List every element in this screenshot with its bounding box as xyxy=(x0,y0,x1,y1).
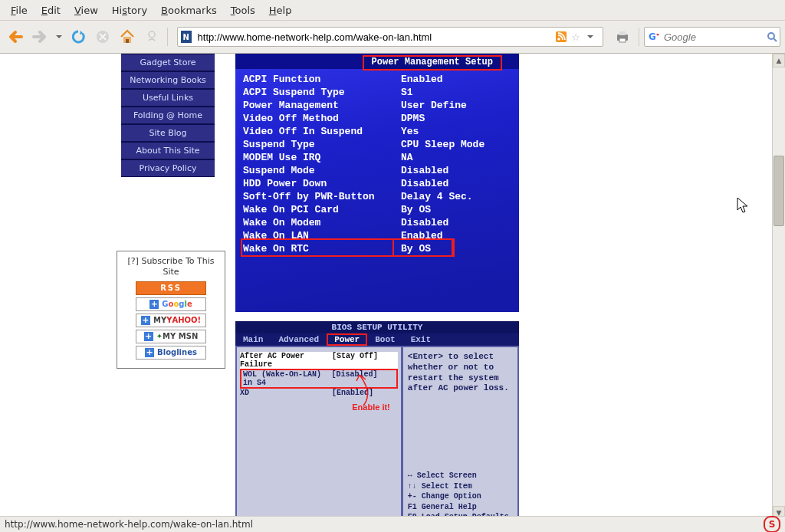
subscribe-box: [?] Subscribe To This Site RSS +Google +… xyxy=(117,251,225,369)
bios1-value: Enabled xyxy=(396,73,484,86)
bios1-label: Power Management xyxy=(243,99,396,112)
bios2-enable-annotation: Enable it! xyxy=(352,402,390,412)
bios1-value: CPU Sleep Mode xyxy=(396,138,484,151)
bios1-value: DPMS xyxy=(396,112,484,125)
bios2-wol-value: [Disabled] xyxy=(331,370,394,387)
scroll-track[interactable] xyxy=(773,67,785,506)
url-input[interactable] xyxy=(196,31,555,44)
noscript-icon[interactable]: S xyxy=(764,516,780,532)
bios1-value: S1 xyxy=(396,86,484,99)
svg-rect-2 xyxy=(126,39,129,43)
status-bar: http://www.home-network-help.com/wake-on… xyxy=(0,516,785,532)
bios2-help-paragraph: <Enter> to select whether or not to rest… xyxy=(408,352,513,394)
feed-badge-yahoo[interactable]: +MY YAHOO! xyxy=(136,314,206,327)
feed-badge-msn[interactable]: +✦ MY MSN xyxy=(136,330,206,343)
svg-rect-6 xyxy=(619,31,626,35)
bios1-label: Soft-Off by PWR-Button xyxy=(243,190,396,203)
bios2-row-xd: XD [Enabled] xyxy=(240,389,398,397)
bios2-right-pane: <Enter> to select whether or not to rest… xyxy=(402,346,519,520)
bios2-value: [Stay Off] xyxy=(332,352,398,369)
plus-icon: + xyxy=(144,332,153,341)
bios1-value: By OS xyxy=(396,203,484,216)
bios2-tab-boot: Boot xyxy=(367,333,402,346)
forward-button[interactable] xyxy=(29,26,51,48)
bios1-settings-table: ACPI FunctionEnabled ACPI Suspend TypeS1… xyxy=(243,73,484,255)
rss-badge[interactable]: RSS xyxy=(136,281,206,295)
bios1-label: MODEM Use IRQ xyxy=(243,151,396,164)
bios2-key-line: F1 General Help xyxy=(408,502,513,513)
svg-point-4 xyxy=(557,38,560,41)
svg-rect-7 xyxy=(619,38,626,42)
bios2-help-text: <Enter> to select whether or not to rest… xyxy=(408,352,513,394)
toolbar-separator-2 xyxy=(639,28,639,46)
search-engine-icon[interactable]: G xyxy=(647,30,661,44)
svg-point-10 xyxy=(768,33,774,39)
vertical-scrollbar[interactable]: ▲ ▼ xyxy=(772,54,785,520)
scroll-thumb[interactable] xyxy=(774,156,784,226)
bios2-key-legend: ↔ Select Screen ↑↓ Select Item +- Change… xyxy=(408,471,513,520)
scroll-up-button[interactable]: ▲ xyxy=(773,54,785,67)
search-input[interactable] xyxy=(662,31,767,44)
url-bar[interactable]: N ☆ xyxy=(177,27,603,47)
sidebar-item[interactable]: Useful Links xyxy=(121,89,215,107)
bios1-title: Power Management Setup xyxy=(363,55,502,71)
subscribe-title: [?] Subscribe To This Site xyxy=(121,256,221,277)
bios1-label: HDD Power Down xyxy=(243,177,396,190)
feed-icon[interactable] xyxy=(555,31,567,43)
bios2-row-acfail: After AC Power Failure [Stay Off] xyxy=(240,352,398,369)
search-go-icon[interactable] xyxy=(767,30,777,44)
bios1-value: Disabled xyxy=(396,177,484,190)
bios1-label: Wake On PCI Card xyxy=(243,203,396,216)
sidebar-item[interactable]: Privacy Policy xyxy=(121,159,215,177)
menu-history[interactable]: History xyxy=(106,3,153,18)
bios1-label: Wake On RTC xyxy=(243,242,396,255)
addon-button[interactable] xyxy=(141,26,163,48)
bios2-row-wol: WOL (Wake-On-LAN) in S4 [Disabled] xyxy=(240,369,398,389)
search-box[interactable]: G xyxy=(644,27,780,47)
bios1-label: Video Off Method xyxy=(243,112,396,125)
menu-tools[interactable]: Tools xyxy=(225,3,261,18)
menu-help[interactable]: Help xyxy=(263,3,298,18)
menu-bookmarks[interactable]: Bookmarks xyxy=(155,3,223,18)
bios1-label: Suspend Mode xyxy=(243,164,396,177)
sidebar-item[interactable]: Gadget Store xyxy=(121,54,215,71)
svg-text:G: G xyxy=(649,31,656,42)
url-dropdown-icon[interactable] xyxy=(584,31,596,43)
sidebar-item[interactable]: Folding @ Home xyxy=(121,107,215,124)
sidebar-item[interactable]: Site Blog xyxy=(121,124,215,142)
bios1-label: Suspend Type xyxy=(243,138,396,151)
bios1-value: Disabled xyxy=(396,164,484,177)
sidebar-item[interactable]: About This Site xyxy=(121,142,215,159)
bios1-wol-label: Wake On LAN xyxy=(243,229,396,242)
back-button[interactable] xyxy=(5,26,26,48)
bookmark-star-icon[interactable]: ☆ xyxy=(570,31,582,43)
toolbar-separator xyxy=(167,28,168,46)
status-text: http://www.home-network-help.com/wake-on… xyxy=(5,519,253,530)
bios2-tab-power: Power xyxy=(327,333,367,346)
menu-view[interactable]: View xyxy=(68,3,104,18)
bios1-label: Video Off In Suspend xyxy=(243,125,396,138)
bios2-tab-exit: Exit xyxy=(403,333,438,346)
sidebar-item[interactable]: Networking Books xyxy=(121,71,215,89)
bios1-value: User Define xyxy=(396,99,484,112)
menu-file[interactable]: File xyxy=(5,3,34,18)
bios1-value: Delay 4 Sec. xyxy=(396,190,484,203)
bios1-value: Yes xyxy=(396,125,484,138)
history-dropdown-button[interactable] xyxy=(54,26,64,48)
stop-button[interactable] xyxy=(92,26,113,48)
page-content[interactable]: Gadget Store Networking Books Useful Lin… xyxy=(0,54,772,520)
feed-badge-bloglines[interactable]: +Bloglines xyxy=(136,346,206,360)
app-menubar: File Edit View History Bookmarks Tools H… xyxy=(0,0,785,21)
feed-badge-google[interactable]: +Google xyxy=(136,297,206,311)
bios1-label: Wake On Modem xyxy=(243,216,396,229)
bios2-label: XD xyxy=(240,389,332,397)
print-button[interactable] xyxy=(614,28,631,45)
plus-icon: + xyxy=(145,348,154,357)
menu-edit[interactable]: Edit xyxy=(35,3,67,18)
reload-button[interactable] xyxy=(67,26,89,48)
plus-icon: + xyxy=(149,300,159,309)
bios2-tab-main: Main xyxy=(235,333,271,346)
bios2-title: BIOS SETUP UTILITY xyxy=(235,321,519,333)
plus-icon: + xyxy=(141,316,150,325)
home-button[interactable] xyxy=(117,26,138,48)
